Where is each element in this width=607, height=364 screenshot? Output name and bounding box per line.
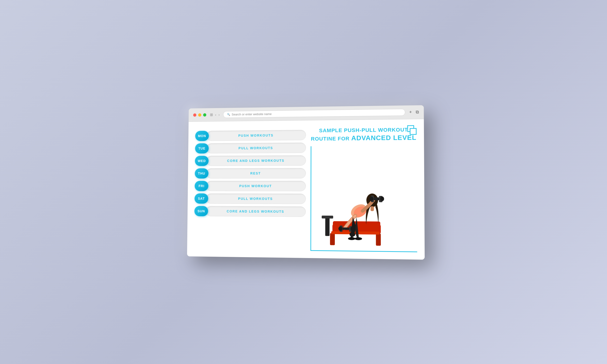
day-badge-sun[interactable]: SUN [194,206,208,216]
workout-pill-0[interactable]: PUSH WORKOUTS [207,130,306,141]
corner-icon [404,125,417,137]
address-bar-text: Search or enter website name [232,112,272,116]
workout-pill-6[interactable]: CORE AND LEGS WORKOUTS [206,206,306,217]
browser-content: MONPUSH WORKOUTSTUEPULL WORKOUTSWEDCORE … [187,119,425,260]
maximize-button[interactable] [203,113,207,117]
workout-pill-3[interactable]: REST [206,168,306,179]
browser-window: ⊞ ‹ › 🔍 Search or enter website name + ⧉… [187,105,425,260]
svg-rect-2 [376,234,381,246]
schedule-row: TUEPULL WORKOUTS [195,143,306,154]
tabs-icon[interactable]: ⧉ [416,109,419,115]
schedule-row: THUREST [195,168,306,179]
day-badge-sat[interactable]: SAT [194,193,208,204]
day-badge-thu[interactable]: THU [195,168,208,179]
workout-pill-4[interactable]: PUSH WORKOUT [206,181,306,191]
svg-point-16 [380,196,384,201]
svg-point-23 [348,237,355,240]
day-badge-mon[interactable]: MON [195,131,209,141]
workout-label-6: CORE AND LEGS WORKOUTS [227,209,284,213]
athlete-svg [318,169,410,251]
routine-title: SAMPLE PUSH-PULL WORKOUT ROUTINE FOR ADV… [311,126,417,143]
minimize-button[interactable] [198,113,201,117]
forward-button[interactable]: › [218,113,220,117]
workout-label-1: PULL WORKOUTS [238,146,273,150]
info-section: SAMPLE PUSH-PULL WORKOUT ROUTINE FOR ADV… [306,126,417,252]
sidebar-toggle-icon[interactable]: ⊞ [210,113,213,117]
schedule-section: MONPUSH WORKOUTSTUEPULL WORKOUTSWEDCORE … [194,128,306,251]
search-icon: 🔍 [227,113,230,116]
workout-label-4: PUSH WORKOUT [239,184,272,188]
traffic-lights [193,113,206,117]
workout-label-5: PULL WORKOUTS [238,197,273,200]
day-badge-tue[interactable]: TUE [195,143,209,153]
title-line1: SAMPLE PUSH-PULL WORKOUT [319,127,408,134]
schedule-row: SUNCORE AND LEGS WORKOUTS [194,206,306,217]
day-badge-fri[interactable]: FRI [195,181,208,191]
svg-point-24 [355,237,362,240]
workout-pill-5[interactable]: PULL WORKOUTS [206,193,306,204]
workout-label-0: PUSH WORKOUTS [238,133,273,137]
new-tab-icon[interactable]: + [409,110,412,115]
address-bar[interactable]: 🔍 Search or enter website name [223,109,405,118]
browser-actions: + ⧉ [409,109,419,115]
athlete-image-area [310,145,417,252]
schedule-row: WEDCORE AND LEGS WORKOUTS [195,155,306,166]
day-badge-wed[interactable]: WED [195,156,209,166]
workout-pill-1[interactable]: PULL WORKOUTS [206,143,306,154]
workout-label-2: CORE AND LEGS WORKOUTS [227,159,285,163]
svg-rect-5 [325,217,329,236]
back-button[interactable]: ‹ [215,113,216,117]
workout-label-3: REST [251,171,261,175]
browser-controls: ⊞ ‹ › [210,112,220,117]
schedule-row: SATPULL WORKOUTS [194,193,306,204]
svg-point-20 [338,227,342,231]
schedule-row: MONPUSH WORKOUTS [195,130,306,141]
svg-rect-6 [321,216,333,219]
svg-rect-3 [331,231,379,234]
svg-rect-11 [370,206,374,211]
workout-pill-2[interactable]: CORE AND LEGS WORKOUTS [206,155,306,166]
schedule-row: FRIPUSH WORKOUT [195,181,306,191]
svg-point-15 [369,196,373,201]
title-line2: ROUTINE FOR [311,136,351,142]
svg-rect-1 [330,233,335,245]
close-button[interactable] [193,113,196,117]
